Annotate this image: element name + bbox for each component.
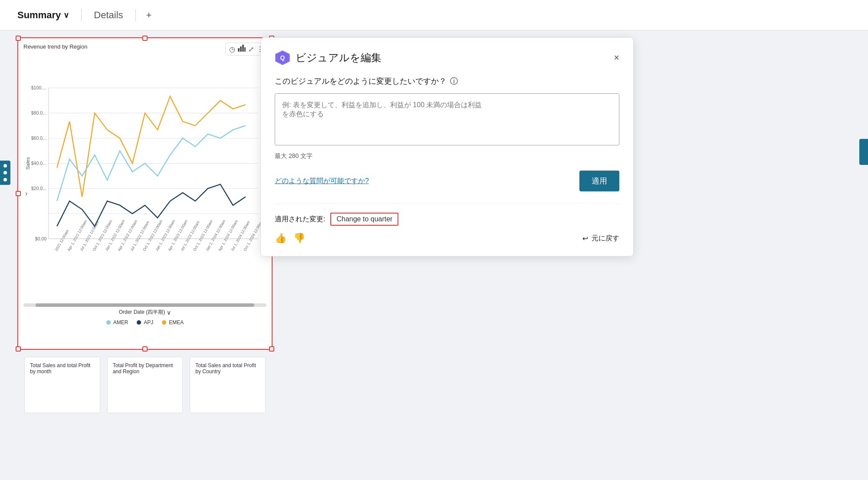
- tab-divider-2: [135, 9, 136, 21]
- applied-label: 適用された変更:: [275, 215, 325, 224]
- applied-section: 適用された変更: Change to quarter 👍 👎 ↩ 元に戻す: [275, 204, 619, 244]
- legend-emea: EMEA: [162, 319, 184, 325]
- tab-details-label: Details: [94, 10, 123, 20]
- resize-handle-tc[interactable]: [142, 36, 148, 41]
- undo-button[interactable]: ↩ 元に戻す: [582, 234, 619, 243]
- thumbdown-button[interactable]: 👎: [293, 233, 305, 244]
- panel-footer: どのような質問が可能ですか? 適用: [275, 171, 619, 191]
- panel-title-text: ビジュアルを編集: [296, 51, 381, 65]
- applied-actions: 👍 👎 ↩ 元に戻す: [275, 233, 619, 244]
- legend-apj: APJ: [137, 319, 153, 325]
- bottom-card-2: Total Profit by Department and Region: [107, 357, 183, 413]
- edit-visual-panel: Q ビジュアルを編集 × このビジュアルをどのように変更したいですか？ ⓘ 最大…: [260, 37, 634, 256]
- svg-text:Q: Q: [280, 54, 285, 61]
- svg-text:$100....: $100....: [31, 85, 46, 90]
- chart-scrollbar-thumb: [36, 303, 254, 307]
- panel-char-limit: 最大 280 文字: [275, 152, 619, 160]
- svg-text:$80.0...: $80.0...: [31, 110, 46, 115]
- left-tab-dot-2: [3, 171, 7, 174]
- plus-icon: +: [146, 10, 152, 20]
- chart-svg-area: $100.... $80.0... $60.0... $40.0... $20.…: [23, 59, 266, 302]
- legend-label-amer: AMER: [113, 319, 128, 325]
- chart-section: Revenue trend by Region ◷ ⤢ ⋮ ›: [10, 30, 279, 480]
- legend-amer: AMER: [106, 319, 128, 325]
- panel-question-text: このビジュアルをどのように変更したいですか？: [275, 76, 447, 86]
- svg-text:$20.0...: $20.0...: [31, 186, 46, 191]
- chart-expand-icon[interactable]: ⤢: [248, 45, 254, 53]
- bottom-card-1: Total Sales and total Profit by month: [24, 357, 100, 413]
- left-tab-dot-1: [3, 164, 7, 168]
- collapse-arrow[interactable]: ›: [25, 190, 27, 197]
- resize-handle-br[interactable]: [269, 346, 274, 352]
- tab-details[interactable]: Details: [87, 6, 130, 24]
- panel-header: Q ビジュアルを編集 ×: [275, 50, 619, 66]
- info-icon[interactable]: ⓘ: [450, 76, 458, 86]
- resize-handle-tl[interactable]: [16, 36, 21, 41]
- x-axis-label: Order Date (四半期) ∨: [23, 309, 266, 316]
- tab-divider: [81, 9, 82, 21]
- tab-bar: Summary ∨ Details +: [0, 0, 868, 30]
- undo-label: 元に戻す: [592, 234, 619, 243]
- panel-apply-button[interactable]: 適用: [579, 171, 619, 191]
- tab-add-button[interactable]: +: [141, 6, 157, 24]
- legend-dot-emea: [162, 320, 166, 325]
- undo-icon: ↩: [582, 234, 588, 243]
- feedback-icons: 👍 👎: [275, 233, 305, 244]
- x-axis-chevron-icon[interactable]: ∨: [167, 309, 171, 316]
- panel-close-button[interactable]: ×: [614, 52, 619, 63]
- svg-text:$60.0...: $60.0...: [31, 135, 46, 141]
- legend-label-emea: EMEA: [169, 319, 184, 325]
- right-panel-indicator[interactable]: [859, 139, 868, 165]
- panel-input-textarea[interactable]: [275, 93, 619, 145]
- svg-text:$40.0...: $40.0...: [31, 161, 46, 166]
- applied-value: Change to quarter: [330, 213, 398, 226]
- svg-text:$0.00: $0.00: [35, 236, 47, 241]
- svg-rect-3: [244, 47, 246, 52]
- chart-card-revenue[interactable]: Revenue trend by Region ◷ ⤢ ⋮ ›: [17, 37, 273, 350]
- chart-type-icon[interactable]: [238, 45, 246, 53]
- resize-handle-ml[interactable]: [16, 191, 21, 196]
- legend-label-apj: APJ: [144, 319, 153, 325]
- bottom-card-3-title: Total Sales and total Profit by Country: [195, 362, 256, 375]
- main-area: Revenue trend by Region ◷ ⤢ ⋮ ›: [0, 30, 868, 480]
- tab-summary-label: Summary: [17, 10, 61, 21]
- panel-title-group: Q ビジュアルを編集: [275, 50, 381, 66]
- resize-handle-bc[interactable]: [142, 346, 148, 352]
- quicksight-logo-icon: Q: [275, 50, 290, 66]
- bottom-cards-row: Total Sales and total Profit by month To…: [17, 357, 273, 413]
- panel-question: このビジュアルをどのように変更したいですか？ ⓘ: [275, 76, 619, 86]
- legend-dot-amer: [106, 320, 111, 325]
- svg-text:Sales: Sales: [25, 157, 30, 170]
- panel-help-link[interactable]: どのような質問が可能ですか?: [275, 177, 369, 186]
- svg-rect-1: [240, 46, 242, 52]
- chart-scrollbar[interactable]: [23, 303, 266, 307]
- svg-rect-2: [242, 45, 244, 52]
- bottom-card-1-title: Total Sales and total Profit by month: [30, 362, 90, 375]
- left-tab-dot-3: [3, 178, 7, 181]
- left-panel-tab[interactable]: [0, 161, 10, 185]
- legend-dot-apj: [137, 320, 141, 325]
- chevron-down-icon[interactable]: ∨: [63, 10, 69, 20]
- chart-schedule-icon[interactable]: ◷: [229, 45, 235, 53]
- applied-row: 適用された変更: Change to quarter: [275, 213, 619, 226]
- bottom-card-2-title: Total Profit by Department and Region: [113, 362, 173, 375]
- svg-rect-0: [238, 48, 240, 52]
- chart-legend: AMER APJ EMEA: [23, 319, 266, 325]
- resize-handle-bl[interactable]: [16, 346, 21, 352]
- thumbup-button[interactable]: 👍: [275, 233, 286, 244]
- tab-summary[interactable]: Summary ∨: [10, 6, 76, 24]
- bottom-card-3: Total Sales and total Profit by Country: [190, 357, 266, 413]
